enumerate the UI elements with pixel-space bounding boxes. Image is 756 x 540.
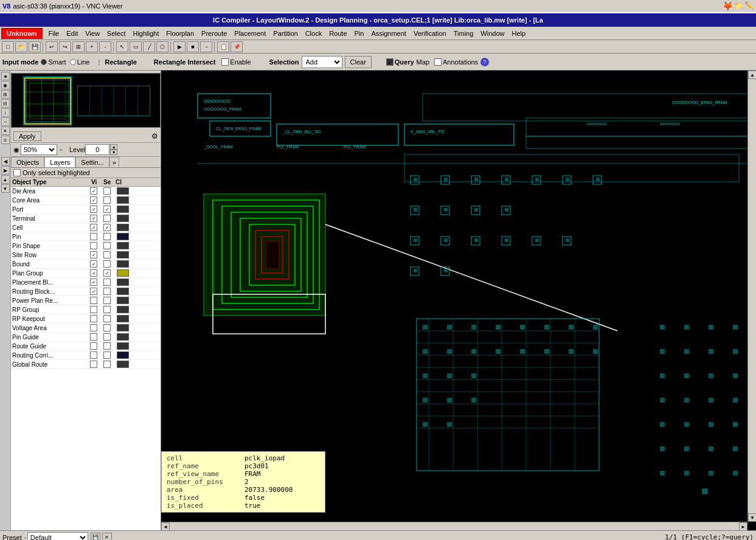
tb-run[interactable]: ▶	[173, 41, 186, 52]
tb-zoom-fit[interactable]: ⊞	[72, 41, 85, 52]
sel-checkbox[interactable]	[103, 260, 111, 268]
table-row[interactable]: Route Guide	[11, 342, 161, 351]
tb-new[interactable]: □	[2, 41, 14, 52]
color-swatch[interactable]	[117, 306, 129, 313]
vis-checkbox[interactable]	[90, 242, 97, 249]
vis-checkbox[interactable]	[90, 306, 97, 313]
color-swatch[interactable]	[117, 233, 129, 240]
side-btn-10[interactable]: ▶	[1, 166, 10, 175]
h-scroll-thumb[interactable]	[170, 522, 739, 530]
menu-view[interactable]: View	[81, 29, 103, 38]
sel-checkbox[interactable]	[103, 351, 111, 359]
menu-verification[interactable]: Verification	[410, 29, 450, 38]
menu-pin[interactable]: Pin	[351, 29, 368, 38]
vis-checkbox[interactable]: ✓	[90, 251, 97, 258]
clear-button[interactable]: Clear	[345, 56, 372, 68]
menu-window[interactable]: Window	[477, 29, 508, 38]
color-swatch[interactable]	[117, 260, 129, 268]
table-row[interactable]: Plan Group✓✓	[11, 269, 161, 278]
side-btn-8[interactable]: 0	[1, 136, 10, 144]
selection-dropdown[interactable]: Add Remove Replace	[302, 56, 342, 68]
tb-select[interactable]: ↖	[116, 41, 128, 52]
color-swatch[interactable]	[117, 224, 129, 231]
tb-zoom-in[interactable]: +	[86, 41, 98, 52]
sel-checkbox[interactable]	[103, 342, 111, 350]
color-swatch[interactable]	[117, 242, 129, 249]
color-swatch[interactable]	[117, 333, 129, 341]
sel-checkbox[interactable]	[103, 361, 111, 368]
sel-checkbox[interactable]	[103, 324, 111, 331]
table-row[interactable]: Port✓✓	[11, 205, 161, 214]
table-row[interactable]: RP Group	[11, 305, 161, 314]
vis-checkbox[interactable]	[90, 324, 97, 331]
tb-copy[interactable]: 📋	[217, 41, 229, 52]
sel-checkbox[interactable]: ✓	[103, 206, 111, 213]
annotations-checkbox[interactable]	[434, 58, 442, 66]
vis-checkbox[interactable]: ✓	[90, 187, 97, 195]
table-row[interactable]: Terminal✓	[11, 214, 161, 223]
color-swatch[interactable]	[117, 324, 129, 331]
table-row[interactable]: Bound✓	[11, 260, 161, 269]
vis-checkbox[interactable]: ✓	[90, 288, 97, 295]
table-row[interactable]: Global Route	[11, 360, 161, 369]
sel-checkbox[interactable]	[103, 333, 111, 341]
vis-checkbox[interactable]: ✓	[90, 279, 97, 286]
sel-checkbox[interactable]	[103, 288, 111, 295]
menu-timing[interactable]: Timing	[450, 29, 477, 38]
v-scrollbar[interactable]: ▲ ▼	[747, 71, 756, 522]
tab-settings[interactable]: Settin...	[75, 157, 109, 167]
h-scroll-left[interactable]: ◄	[161, 522, 170, 530]
vis-checkbox[interactable]	[90, 233, 97, 240]
side-btn-12[interactable]: ▼	[1, 184, 10, 193]
level-up[interactable]: ▲	[110, 144, 117, 150]
tab-more[interactable]: »	[109, 157, 119, 167]
sel-checkbox[interactable]	[103, 233, 111, 240]
table-row[interactable]: Cell✓✓	[11, 223, 161, 232]
table-row[interactable]: Pin	[11, 232, 161, 241]
tb-poly[interactable]: ⬡	[156, 41, 168, 52]
unknown-button[interactable]: Unknown	[1, 28, 43, 39]
query-checkbox[interactable]	[386, 58, 394, 66]
line-radio[interactable]: Line	[70, 58, 90, 66]
menu-file[interactable]: File	[45, 29, 63, 38]
color-swatch[interactable]	[117, 269, 129, 277]
menu-help[interactable]: Help	[508, 29, 529, 38]
menu-placement[interactable]: Placement	[231, 29, 269, 38]
vis-checkbox[interactable]: ✓	[90, 215, 97, 222]
question-icon[interactable]: ?	[480, 58, 489, 66]
sel-checkbox[interactable]	[103, 306, 111, 313]
vis-checkbox[interactable]: ✓	[90, 269, 97, 277]
table-row[interactable]: RP Keepout	[11, 314, 161, 324]
sel-checkbox[interactable]	[103, 196, 111, 204]
menu-partition[interactable]: Partition	[269, 29, 301, 38]
pencil-icon[interactable]: ✏️	[744, 1, 754, 11]
smart-radio[interactable]: Smart	[41, 58, 66, 66]
side-btn-3[interactable]: ⊞	[1, 90, 10, 99]
tab-layers[interactable]: Layers	[44, 157, 75, 167]
apply-button[interactable]: Apply	[13, 131, 41, 141]
sel-checkbox[interactable]	[103, 297, 111, 304]
sel-checkbox[interactable]	[103, 215, 111, 222]
vis-checkbox[interactable]: ✓	[90, 260, 97, 268]
side-btn-2[interactable]: ◉	[1, 81, 10, 89]
menu-preroute[interactable]: Preroute	[198, 29, 231, 38]
color-swatch[interactable]	[117, 196, 129, 204]
tb-paste[interactable]: 📌	[231, 41, 243, 52]
folder-icon[interactable]: 📁	[734, 1, 743, 11]
tb-undo[interactable]: ↩	[46, 41, 58, 52]
sel-checkbox[interactable]	[103, 279, 111, 286]
h-scroll-right[interactable]: ►	[739, 522, 747, 530]
table-row[interactable]: Core Area✓	[11, 196, 161, 205]
sel-checkbox[interactable]: ✓	[103, 224, 111, 231]
tb-line[interactable]: ╱	[143, 41, 155, 52]
h-scrollbar[interactable]: ◄ ►	[161, 522, 747, 530]
menu-route[interactable]: Route	[325, 29, 350, 38]
vis-checkbox[interactable]	[90, 342, 97, 350]
firefox-icon[interactable]: 🦊	[723, 1, 733, 11]
tb-stop[interactable]: ■	[187, 41, 199, 52]
side-btn-11[interactable]: ▲	[1, 175, 10, 184]
color-swatch[interactable]	[117, 342, 129, 350]
side-btn-9[interactable]: ◀	[1, 157, 10, 165]
tab-objects[interactable]: Objects	[11, 157, 44, 167]
tb-zoom-out[interactable]: -	[99, 41, 111, 52]
